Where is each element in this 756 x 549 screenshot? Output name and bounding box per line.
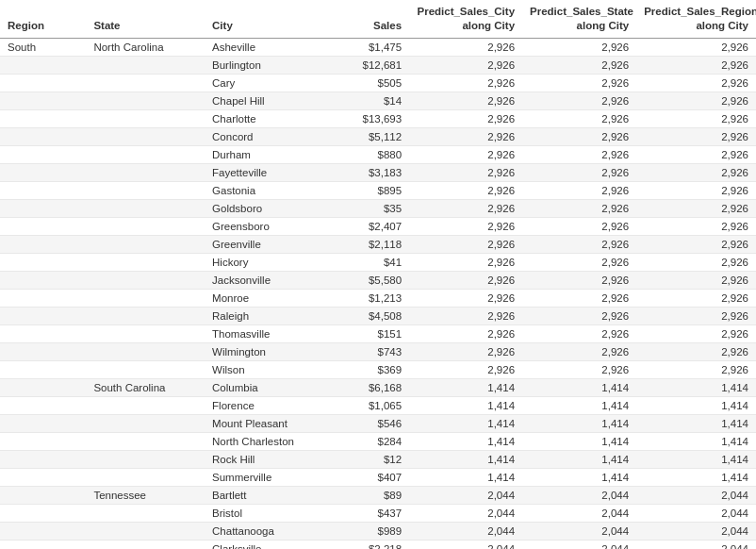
table-row: Thomasville$1512,9262,9262,926: [0, 324, 756, 342]
header-predict-region: Predict_Sales_Regionalong City: [636, 0, 756, 38]
table-row: TennesseeBartlett$892,0442,0442,044: [0, 486, 756, 504]
table-row: Wilmington$7432,9262,9262,926: [0, 342, 756, 360]
header-sales: Sales: [323, 0, 409, 38]
header-predict-city: Predict_Sales_Cityalong City: [409, 0, 522, 38]
header-city: City: [205, 0, 323, 38]
header-predict-state: Predict_Sales_Statealong City: [522, 0, 636, 38]
table-row: Chapel Hill$142,9262,9262,926: [0, 92, 756, 109]
table-row: Wilson$3692,9262,9262,926: [0, 360, 756, 378]
table-row: Summerville$4071,4141,4141,414: [0, 468, 756, 486]
table-row: Raleigh$4,5082,9262,9262,926: [0, 307, 756, 324]
table-row: Greenville$2,1182,9262,9262,926: [0, 235, 756, 253]
table-row: Clarksville$2,2182,0442,0442,044: [0, 540, 756, 549]
main-table-container: Region State City Sales Predict_Sales_Ci…: [0, 0, 756, 549]
table-row: Monroe$1,2132,9262,9262,926: [0, 289, 756, 307]
table-row: Burlington$12,6812,9262,9262,926: [0, 56, 756, 74]
table-row: Bristol$4372,0442,0442,044: [0, 504, 756, 522]
data-table: Region State City Sales Predict_Sales_Ci…: [0, 0, 756, 549]
header-state: State: [86, 0, 205, 38]
table-row: Mount Pleasant$5461,4141,4141,414: [0, 414, 756, 432]
table-row: Jacksonville$5,5802,9262,9262,926: [0, 271, 756, 289]
table-row: Cary$5052,9262,9262,926: [0, 74, 756, 92]
table-row: Concord$5,1122,9262,9262,926: [0, 127, 756, 145]
header-row: Region State City Sales Predict_Sales_Ci…: [0, 0, 756, 38]
header-region: Region: [0, 0, 86, 38]
table-row: South CarolinaColumbia$6,1681,4141,4141,…: [0, 378, 756, 396]
table-row: Charlotte$13,6932,9262,9262,926: [0, 109, 756, 127]
table-row: Fayetteville$3,1832,9262,9262,926: [0, 163, 756, 181]
table-row: Florence$1,0651,4141,4141,414: [0, 396, 756, 414]
table-row: Rock Hill$121,4141,4141,414: [0, 450, 756, 468]
table-body: SouthNorth CarolinaAsheville$1,4752,9262…: [0, 38, 756, 549]
table-row: Chattanooga$9892,0442,0442,044: [0, 522, 756, 540]
table-row: Hickory$412,9262,9262,926: [0, 253, 756, 271]
table-row: Durham$8802,9262,9262,926: [0, 145, 756, 163]
table-row: Greensboro$2,4072,9262,9262,926: [0, 217, 756, 235]
table-row: SouthNorth CarolinaAsheville$1,4752,9262…: [0, 38, 756, 56]
table-row: Gastonia$8952,9262,9262,926: [0, 181, 756, 199]
table-row: Goldsboro$352,9262,9262,926: [0, 199, 756, 217]
table-row: North Charleston$2841,4141,4141,414: [0, 432, 756, 450]
